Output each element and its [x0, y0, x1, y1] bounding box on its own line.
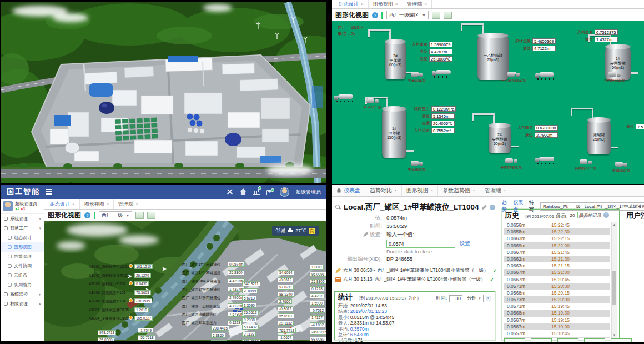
message-icon[interactable] — [266, 190, 273, 195]
scada-tank[interactable]: 液碱罐 25(m3) — [587, 120, 611, 154]
close-icon[interactable]: × — [107, 202, 109, 207]
detail-tab[interactable]: 趋势对比× — [365, 185, 402, 196]
app-tab[interactable]: 图形视图× — [80, 199, 114, 209]
username[interactable]: 超级管理员 — [296, 188, 321, 196]
weather-city: 邹城 — [275, 227, 285, 235]
alarm-row[interactable]: 六月 30 13:13西厂_罐区 1#甲苯罐液位 LT1004最小值预警（一级）… — [335, 276, 495, 283]
home-icon[interactable] — [240, 188, 246, 195]
menu-item-icon — [8, 273, 12, 277]
tank-value-row: 温度25.8800℃ — [402, 56, 452, 62]
map-tag-value: 88.1340 — [278, 292, 294, 297]
close-icon[interactable]: × — [72, 202, 75, 207]
scroll-down-icon[interactable]: ▼ — [612, 333, 617, 338]
sidebar-item[interactable]: 告警管理 — [1, 252, 44, 261]
scada-tab[interactable]: 管理端× — [402, 0, 432, 8]
sidebar-item[interactable]: 图形视图 — [1, 242, 44, 252]
tank-value-box: 4.7122m — [532, 46, 556, 51]
clipped-button[interactable] — [611, 338, 632, 342]
close-icon[interactable]: × — [361, 2, 364, 7]
map-tag-name: A3C06_回流流量FI103 — [89, 291, 125, 296]
avatar — [3, 201, 13, 211]
image-button[interactable] — [135, 212, 144, 219]
close-icon[interactable]: × — [394, 188, 397, 193]
pipe-segment — [472, 113, 494, 115]
app-tab[interactable]: 组态设计× — [46, 199, 80, 209]
alarm-dot-icon — [129, 298, 133, 302]
view-select[interactable]: 西厂 一级▼ — [99, 211, 132, 220]
scada-tab[interactable]: 组态设计× — [334, 0, 369, 8]
close-icon[interactable]: × — [472, 188, 475, 193]
clipped-button[interactable] — [531, 338, 552, 342]
scrollbar[interactable]: ▲ ▼ — [611, 222, 617, 338]
sidebar-item[interactable]: 系统管理▾ — [1, 214, 44, 223]
crumb-dashboard-link[interactable]: 仪表盘 — [514, 199, 526, 213]
interval-unit-select[interactable]: 分钟▼ — [465, 295, 484, 302]
tank-value-row: 温度26.4000℃ — [404, 120, 455, 126]
clipped-button[interactable] — [557, 338, 578, 342]
image-button[interactable] — [432, 12, 440, 19]
image-button[interactable] — [147, 212, 155, 219]
pump[interactable]: 甲苯输送泵 — [411, 160, 423, 167]
pump[interactable]: 一乙醇胺卸车泵 — [507, 71, 520, 78]
edit-icon[interactable] — [482, 205, 487, 210]
monitor-icon[interactable] — [253, 188, 260, 195]
fullscreen-icon[interactable] — [227, 188, 233, 195]
image-button[interactable] — [444, 12, 452, 19]
sidebar-user-block: 超级管理员 ●4 ●3 — [1, 199, 44, 214]
help-icon[interactable]: ? — [372, 12, 378, 18]
close-icon[interactable]: × — [504, 188, 506, 193]
sidebar-item[interactable]: 权限管理▸ — [1, 299, 44, 308]
close-icon[interactable]: × — [395, 2, 398, 7]
search-icon[interactable] — [335, 205, 341, 210]
detail-tab[interactable]: 管理端× — [480, 185, 511, 196]
clipped-button[interactable] — [584, 338, 605, 342]
close-icon[interactable]: × — [135, 202, 138, 207]
sidebar-item[interactable]: 队列能力 — [1, 280, 44, 290]
app-tab[interactable]: 管理端× — [114, 199, 143, 209]
map-tag-value: 765.7713 — [278, 328, 296, 333]
scrollbar-thumb[interactable] — [612, 271, 616, 305]
sidebar-item[interactable]: 智慧工厂▾ — [1, 223, 44, 233]
detail-tab[interactable]: 图形视图× — [402, 185, 439, 196]
clipped-button[interactable] — [504, 338, 525, 342]
map-tag-value: 26.1270 — [134, 273, 151, 278]
set-value-input[interactable] — [386, 240, 455, 248]
detail-tab[interactable]: 参数趋势图× — [438, 185, 480, 196]
close-icon[interactable]: × — [431, 188, 434, 193]
refresh-target-icon[interactable] — [486, 296, 491, 301]
tag-select[interactable]: Rainbow_西厂一级 - Local.西厂_罐区_1#甲苯罐液位_LT100… — [540, 202, 644, 211]
scada-tab[interactable]: 图形视图× — [369, 0, 403, 8]
pump[interactable]: 异丙醇卸车泵 — [580, 159, 592, 166]
pump[interactable]: 异丙醇输送泵 — [505, 158, 517, 164]
detail-tab[interactable]: 仪表盘× — [332, 185, 365, 196]
view-select[interactable]: 西厂一级罐区▼ — [386, 11, 429, 19]
sidebar-item[interactable]: 云组态 — [1, 271, 44, 280]
pump[interactable]: 液碱输送泵 — [615, 161, 627, 168]
tank-truck — [334, 94, 353, 102]
map-3d-view[interactable]: 邹城 27℃ 良 A3C01_原料罐液位LI101161.1210A3C02_原… — [44, 221, 326, 341]
scada-tank[interactable]: 一乙醇胺罐 75(m3) — [477, 36, 509, 80]
sidebar-item[interactable]: 文件协同 — [1, 261, 44, 271]
scada-tank[interactable]: 1# 甲苯罐 150(m3) — [382, 109, 406, 158]
menu-toggle-icon[interactable] — [46, 189, 52, 195]
map-tag-value: 2.1123 — [242, 332, 256, 337]
map-tag-name: 西厂_罐区液碱罐液位 — [182, 312, 217, 317]
pump[interactable]: 甲苯卸车泵 — [366, 98, 379, 104]
set-button[interactable]: 设置 — [460, 240, 470, 247]
help-icon[interactable]: ? — [84, 212, 90, 218]
avatar[interactable] — [280, 187, 289, 197]
info-icon[interactable]: i — [490, 205, 495, 210]
pump[interactable]: 异丙醇卸车泵 — [608, 71, 621, 78]
crumb-trend-link[interactable]: 趋势 — [502, 199, 510, 213]
scroll-up-icon[interactable]: ▲ — [612, 222, 617, 227]
stats-until: （到 2019/07/01 15:23:07 为止） — [356, 295, 421, 301]
close-icon[interactable]: × — [424, 2, 427, 7]
map-tag-name: 西厂_罐区一乙醇胺液位 — [182, 304, 220, 309]
stats-rows: 开始: 2019/07/01 14:53结束: 2019/07/01 15:23… — [338, 303, 491, 342]
interval-input[interactable] — [449, 295, 462, 302]
alarm-row[interactable]: 六月 30 06:50 -西厂_罐区 1#甲苯罐液位 LT1004最小值预警（一… — [335, 267, 495, 274]
pump[interactable]: 甲苯卸车泵 — [411, 71, 423, 78]
sidebar-item[interactable]: 组态设计 — [1, 233, 44, 242]
sidebar-item[interactable]: 系统监控▸ — [1, 290, 44, 299]
breadcrumb: 趋势 仪表盘 特写 Rainbow_西厂一级 - Local.西厂_罐区_1#甲… — [502, 199, 644, 213]
